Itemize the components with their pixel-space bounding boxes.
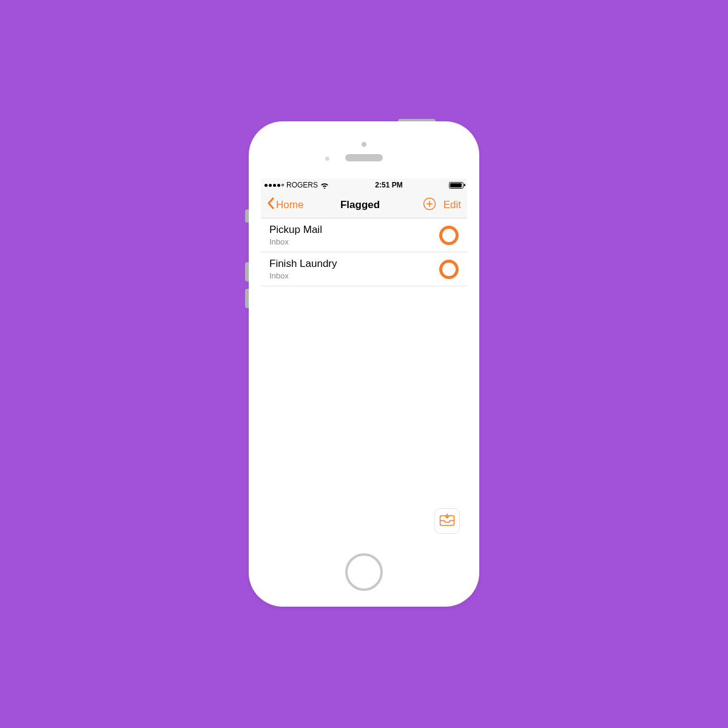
edit-button[interactable]: Edit [443, 199, 461, 211]
screen: ROGERS 2:51 PM Home Flagged [261, 178, 467, 541]
navigation-bar: Home Flagged Edit [261, 192, 467, 218]
complete-toggle[interactable] [439, 226, 459, 245]
plus-circle-icon [423, 197, 436, 213]
signal-strength-icon [265, 184, 284, 187]
inbox-button[interactable] [434, 508, 460, 534]
wifi-icon [320, 182, 329, 189]
carrier-label: ROGERS [286, 181, 318, 189]
complete-toggle[interactable] [439, 260, 459, 279]
chevron-left-icon [267, 197, 274, 212]
top-hardware [249, 121, 479, 169]
item-title: Finish Laundry [269, 258, 439, 270]
item-subtitle: Inbox [269, 271, 439, 280]
item-title: Pickup Mail [269, 224, 439, 236]
status-right [449, 182, 463, 189]
inbox-icon [439, 513, 455, 529]
back-button[interactable]: Home [267, 197, 303, 212]
list-item[interactable]: Finish Laundry Inbox [261, 252, 467, 286]
home-button[interactable] [345, 553, 383, 591]
task-list: Pickup Mail Inbox Finish Laundry Inbox [261, 218, 467, 286]
page-title: Flagged [302, 199, 417, 211]
phone-mockup: ROGERS 2:51 PM Home Flagged [249, 121, 479, 607]
status-bar: ROGERS 2:51 PM [261, 178, 467, 192]
front-camera [362, 142, 366, 147]
add-button[interactable] [423, 198, 436, 212]
status-time: 2:51 PM [375, 181, 402, 189]
proximity-sensor [325, 157, 329, 161]
list-item[interactable]: Pickup Mail Inbox [261, 218, 467, 252]
phone-body: ROGERS 2:51 PM Home Flagged [249, 121, 479, 607]
status-left: ROGERS [265, 181, 329, 189]
item-subtitle: Inbox [269, 237, 439, 246]
earpiece-speaker [345, 154, 383, 161]
battery-icon [449, 182, 463, 189]
back-label: Home [276, 199, 303, 211]
